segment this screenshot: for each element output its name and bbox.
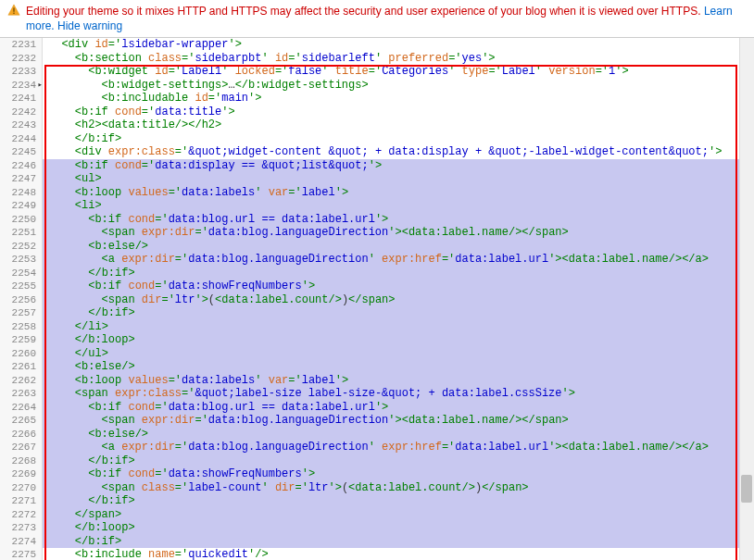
code-line[interactable]: <b:section class='sidebarpbt' id='sideba… xyxy=(43,52,754,66)
line-number: 2258 xyxy=(0,320,42,334)
code-line[interactable]: <b:else/> xyxy=(43,428,754,442)
line-number: 2256 xyxy=(0,293,42,307)
code-line[interactable]: <b:if cond='data:blog.url == data:label.… xyxy=(43,213,754,227)
code-line[interactable]: <b:includable id='main'> xyxy=(43,92,754,106)
line-number: 2275 xyxy=(0,548,42,560)
scrollbar-thumb[interactable] xyxy=(741,475,752,503)
code-area[interactable]: <div id='lsidebar-wrapper'> <b:section c… xyxy=(43,38,754,560)
code-line[interactable]: </b:if> xyxy=(43,306,754,320)
code-line[interactable]: <div id='lsidebar-wrapper'> xyxy=(43,38,754,52)
svg-rect-0 xyxy=(13,7,14,11)
line-number: 2272 xyxy=(0,508,42,522)
vertical-scrollbar[interactable] xyxy=(739,38,754,560)
line-number: 2267 xyxy=(0,441,42,454)
line-number: 2245 xyxy=(0,145,42,159)
code-line[interactable]: <b:if cond='data:blog.url == data:label.… xyxy=(43,401,754,415)
svg-rect-1 xyxy=(13,13,14,14)
code-line[interactable]: <li> xyxy=(43,199,754,213)
line-number: 2270 xyxy=(0,481,42,495)
code-line[interactable]: <span dir='ltr'>(<data:label.count/>)</s… xyxy=(43,293,754,307)
line-number: 2232 xyxy=(0,52,42,66)
line-number: 2263 xyxy=(0,387,42,401)
line-number: 2251 xyxy=(0,226,42,240)
code-line[interactable]: </ul> xyxy=(43,347,754,361)
line-number: 2266 xyxy=(0,428,42,442)
line-number: 2243 xyxy=(0,118,42,132)
line-number: 2273 xyxy=(0,521,42,535)
line-number: 2234 xyxy=(0,79,42,93)
code-line[interactable]: <b:if cond='data:showFreqNumbers'> xyxy=(43,280,754,293)
line-number: 2252 xyxy=(0,240,42,254)
code-editor[interactable]: 2231223222332234224122422243224422452246… xyxy=(0,37,754,560)
https-warning: Editing your theme so it mixes HTTP and … xyxy=(0,0,754,37)
code-line[interactable]: <a expr:dir='data:blog.languageDirection… xyxy=(43,441,754,454)
code-line[interactable]: <b:if cond='data:display == &quot;list&q… xyxy=(43,159,754,173)
code-line[interactable]: <b:loop values='data:labels' var='label'… xyxy=(43,186,754,200)
code-line[interactable]: <b:widget id='Label1' locked='false' tit… xyxy=(43,65,754,79)
code-line[interactable]: </span> xyxy=(43,508,754,522)
warning-text: Editing your theme so it mixes HTTP and … xyxy=(26,5,704,18)
line-number: 2248 xyxy=(0,186,42,200)
line-gutter: 2231223222332234224122422243224422452246… xyxy=(0,38,43,560)
line-number: 2244 xyxy=(0,132,42,146)
code-line[interactable]: </b:if> xyxy=(43,535,754,549)
line-number: 2262 xyxy=(0,374,42,388)
code-line[interactable]: <ul> xyxy=(43,172,754,186)
line-number: 2269 xyxy=(0,467,42,481)
code-line[interactable]: </b:if> xyxy=(43,132,754,146)
line-number: 2259 xyxy=(0,333,42,347)
line-number: 2260 xyxy=(0,347,42,361)
code-line[interactable]: <a expr:dir='data:blog.languageDirection… xyxy=(43,253,754,267)
line-number: 2247 xyxy=(0,172,42,186)
line-number: 2254 xyxy=(0,267,42,280)
line-number: 2241 xyxy=(0,92,42,106)
code-line[interactable]: <h2><data:title/></h2> xyxy=(43,118,754,132)
line-number: 2257 xyxy=(0,306,42,320)
code-line[interactable]: </li> xyxy=(43,320,754,334)
code-line[interactable]: </b:loop> xyxy=(43,521,754,535)
code-line[interactable]: <b:if cond='data:showFreqNumbers'> xyxy=(43,467,754,481)
code-line[interactable]: <span expr:dir='data:blog.languageDirect… xyxy=(43,414,754,428)
code-line[interactable]: <b:else/> xyxy=(43,360,754,374)
code-line[interactable]: <b:widget-settings>…</b:widget-settings> xyxy=(43,79,754,93)
line-number: 2268 xyxy=(0,454,42,468)
code-line[interactable]: <span expr:dir='data:blog.languageDirect… xyxy=(43,226,754,240)
line-number: 2249 xyxy=(0,199,42,213)
line-number: 2250 xyxy=(0,213,42,227)
line-number: 2253 xyxy=(0,253,42,267)
code-line[interactable]: <b:if cond='data:title'> xyxy=(43,106,754,119)
line-number: 2261 xyxy=(0,360,42,374)
code-line[interactable]: <b:include name='quickedit'/> xyxy=(43,548,754,560)
line-number: 2255 xyxy=(0,280,42,293)
line-number: 2231 xyxy=(0,38,42,52)
hide-warning-link[interactable]: Hide warning xyxy=(57,19,122,32)
code-line[interactable]: </b:if> xyxy=(43,267,754,280)
line-number: 2271 xyxy=(0,494,42,508)
line-number: 2246 xyxy=(0,159,42,173)
code-line[interactable]: </b:loop> xyxy=(43,333,754,347)
code-line[interactable]: <b:loop values='data:labels' var='label'… xyxy=(43,374,754,388)
line-number: 2274 xyxy=(0,535,42,549)
code-line[interactable]: </b:if> xyxy=(43,454,754,468)
code-line[interactable]: </b:if> xyxy=(43,494,754,508)
code-line[interactable]: <span class='label-count' dir='ltr'>(<da… xyxy=(43,481,754,495)
code-line[interactable]: <span expr:class='&quot;label-size label… xyxy=(43,387,754,401)
warning-icon xyxy=(7,4,20,17)
code-line[interactable]: <div expr:class='&quot;widget-content &q… xyxy=(43,145,754,159)
line-number: 2233 xyxy=(0,65,42,79)
line-number: 2264 xyxy=(0,401,42,415)
code-line[interactable]: <b:else/> xyxy=(43,240,754,254)
line-number: 2242 xyxy=(0,106,42,119)
line-number: 2265 xyxy=(0,414,42,428)
